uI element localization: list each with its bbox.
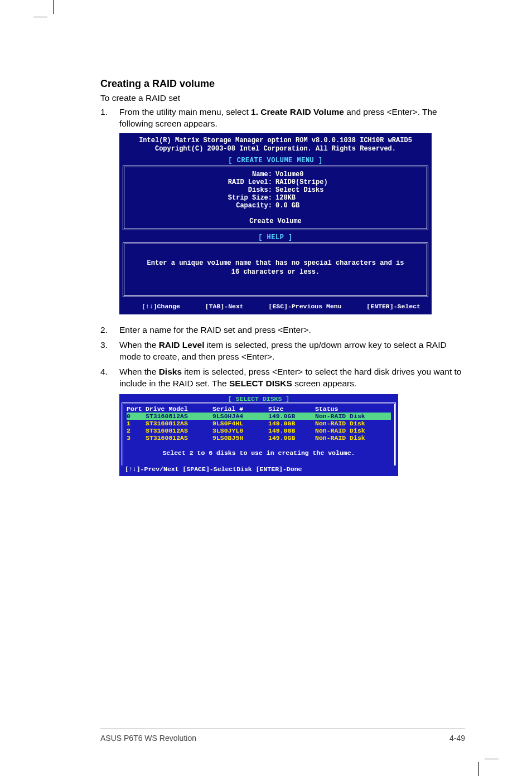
cell: ST3160812AS [146,434,212,442]
col-serial: Serial # [212,405,268,413]
table-header: Port Drive Model Serial # Size Status [127,405,391,413]
select-disks-footer-hints: [↑↓]-Prev/Next [SPACE]-SelectDisk [ENTER… [119,465,398,476]
text: When the [119,367,159,376]
bold-text: RAID Level [159,340,205,350]
cell: 3 [127,434,146,442]
create-volume-title: [ CREATE VOLUME MENU ] [119,157,432,164]
value: 0.0 GB [275,202,370,210]
col-status: Status [315,405,391,413]
step-2: 2. Enter a name for the RAID set and pre… [100,324,465,336]
select-disks-box: Port Drive Model Serial # Size Status 0 … [122,402,396,465]
bold-text: SELECT DISKS [229,379,292,388]
table-row[interactable]: 1 ST3160812AS 9LS0F4HL 149.0GB Non-RAID … [127,420,391,427]
cell: 3LS0JYL8 [212,427,268,434]
field-name[interactable]: Name: Volume0 [130,171,421,178]
footer-product: ASUS P6T6 WS Revolution [100,734,196,743]
bios-header-line2: Copyright(C) 2003-08 Intel Corporation. … [124,145,427,153]
select-disks-msg: Select 2 to 6 disks to use in creating t… [127,442,391,464]
label: Name: [181,171,275,178]
cell: 149.0GB [268,420,315,427]
field-raid-level[interactable]: RAID Level: RAID0(Stripe) [130,178,421,186]
cell: Non-RAID Disk [315,420,391,427]
label: RAID Level: [181,178,275,186]
table-row[interactable]: 3 ST3160812AS 9LS0BJ5H 149.0GB Non-RAID … [127,434,391,442]
cell: Non-RAID Disk [315,434,391,442]
value: 128KB [275,194,370,202]
page-footer: ASUS P6T6 WS Revolution 4-49 [100,729,465,743]
bold-text: 1. Create RAID Volume [251,107,344,117]
cell: ST3160812AS [146,420,212,427]
step-text: When the Disks item is selected, press <… [119,366,465,390]
cell: ST3160812AS [146,427,212,434]
help-line1: Enter a unique volume name that has no s… [136,259,415,268]
table-row[interactable]: 2 ST3160812AS 3LS0JYL8 149.0GB Non-RAID … [127,427,391,434]
field-capacity[interactable]: Capacity: 0.0 GB [130,202,421,210]
section-title: Creating a RAID volume [100,78,465,90]
cell: 149.0GB [268,413,315,420]
select-disks-title: [ SELECT DISKS ] [119,394,398,402]
value-selected[interactable]: Volume0 [275,171,303,178]
hint-change: [↑↓]Change [142,303,180,310]
create-volume-action[interactable]: Create Volume [130,217,421,225]
cell: ST3160812AS [146,413,212,420]
step-1: 1. From the utility main menu, select 1.… [100,106,465,130]
value: Select Disks [275,186,370,194]
bios-footer-hints: [↑↓]Change [TAB]-Next [ESC]-Previous Men… [119,300,432,314]
step-3: 3. When the RAID Level item is selected,… [100,340,465,363]
bios-header: Intel(R) Matrix Storage Manager option R… [119,137,432,156]
cell: Non-RAID Disk [315,413,391,420]
help-line2: 16 characters or less. [136,268,415,277]
step-text: Enter a name for the RAID set and press … [119,324,465,336]
field-disks[interactable]: Disks: Select Disks [130,186,421,194]
cell: Non-RAID Disk [315,427,391,434]
step-4: 4. When the Disks item is selected, pres… [100,366,465,390]
step-text: When the RAID Level item is selected, pr… [119,340,465,363]
text: When the [119,340,159,350]
table-row[interactable]: 0 ST3160812AS 9LS0HJA4 149.0GB Non-RAID … [127,413,391,420]
hint-prev-menu: [ESC]-Previous Menu [269,303,342,310]
label: Capacity: [181,202,275,210]
cell: 9LS0HJA4 [212,413,268,420]
cell: 2 [127,427,146,434]
hint-next: [TAB]-Next [205,303,244,310]
help-box: Enter a unique volume name that has no s… [123,243,428,297]
bios-create-volume-screen: Intel(R) Matrix Storage Manager option R… [119,133,432,314]
intro-text: To create a RAID set [100,93,465,103]
label: Strip Size: [181,194,275,202]
step-number: 3. [100,340,119,363]
cell: 1 [127,420,146,427]
page-content: Creating a RAID volume To create a RAID … [0,0,532,510]
field-strip-size[interactable]: Strip Size: 128KB [130,194,421,202]
bios-header-line1: Intel(R) Matrix Storage Manager option R… [124,137,427,145]
help-title: [ HELP ] [119,234,432,241]
cell: 9LS0BJ5H [212,434,268,442]
step-number: 2. [100,324,119,336]
col-port: Port [127,405,146,413]
cell: 0 [127,413,146,420]
col-drive-model: Drive Model [146,405,212,413]
col-size: Size [268,405,315,413]
cell: 149.0GB [268,427,315,434]
step-number: 4. [100,366,119,390]
help-text: Enter a unique volume name that has no s… [130,248,421,292]
create-volume-box: Name: Volume0 RAID Level: RAID0(Stripe) … [123,166,428,230]
label: Disks: [181,186,275,194]
hint-select: [ENTER]-Select [366,303,420,310]
cell: 9LS0F4HL [212,420,268,427]
select-disks-screen: [ SELECT DISKS ] Port Drive Model Serial… [119,394,398,476]
text: screen appears. [292,379,356,388]
crop-mark-tl [33,0,56,33]
footer-page-number: 4-49 [449,734,465,743]
crop-mark-br [476,743,499,776]
step-text: From the utility main menu, select 1. Cr… [119,106,465,130]
step-number: 1. [100,106,119,130]
value: RAID0(Stripe) [275,178,370,186]
bold-text: Disks [159,367,182,376]
cell: 149.0GB [268,434,315,442]
text: From the utility main menu, select [119,107,251,117]
